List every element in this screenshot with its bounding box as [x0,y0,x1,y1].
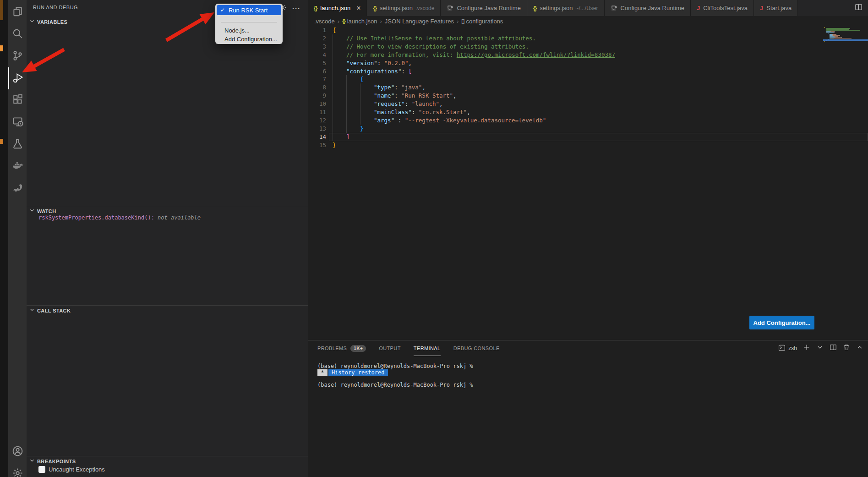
section-label: WATCH [37,208,56,214]
line-number: 7 [308,75,326,83]
bottom-panel: PROBLEMS1K+OUTPUTTERMINALDEBUG CONSOLE z… [308,340,868,477]
chevron-down-icon [29,207,35,215]
history-restored-highlight: History restored [328,369,388,376]
line-number: 8 [308,83,326,92]
code-line-4: 4// For more information, visit: https:/… [308,51,868,59]
tab-path-suffix: ~/.../User [576,5,598,11]
panel-tab-label: DEBUG CONSOLE [453,345,500,351]
array-icon: [ ] [461,18,464,24]
panel-tab-label: PROBLEMS [317,345,347,351]
dropdown-option-add-configuration[interactable]: Add Configuration... [215,34,283,44]
terminal-icon [778,344,786,353]
activity-item-account-icon[interactable] [8,441,27,463]
run-debug-icon [12,72,24,85]
code-line-2: 2// Use IntelliSense to learn about poss… [308,34,868,43]
chevron-up-icon[interactable] [856,344,863,353]
tab-start-java[interactable]: JStart.java [754,0,798,16]
gradle-icon [12,182,23,195]
panel-tab-debug-console[interactable]: DEBUG CONSOLE [453,340,500,356]
close-icon[interactable]: × [356,5,360,12]
tab-label: CliToolsTest.java [703,5,748,11]
extensions-icon [12,94,23,107]
tab-settings-json[interactable]: {}settings.json~/.../User [527,0,605,16]
watch-expression-row[interactable]: rskSystemProperties.databaseKind(): not … [38,214,201,221]
terminal-shell-badge[interactable]: zsh [778,344,797,353]
activity-item-testing-icon[interactable] [8,133,27,155]
line-number: 2 [308,34,326,43]
code-line-8: 8"type": "java", [308,83,868,92]
panel-tab-output[interactable]: OUTPUT [379,340,401,356]
tab-configure-java-runtime[interactable]: Configure Java Runtime [441,0,527,16]
activity-item-remote-explorer-icon[interactable] [8,111,27,133]
panel-tab-label: TERMINAL [414,345,441,351]
code-line-15: 15} [308,141,868,149]
code-editor[interactable]: 1{2// Use IntelliSense to learn about po… [308,26,868,340]
section-label: CALL STACK [37,308,71,313]
split-panel-icon[interactable] [830,344,837,353]
testing-icon [12,138,23,151]
java-runtime-icon [611,4,617,12]
terminal-output[interactable]: (base) reynoldmorel@Reynolds-MacBook-Pro… [317,363,473,389]
plus-icon[interactable] [803,344,810,353]
activity-item-extensions-icon[interactable] [8,89,27,111]
activity-item-source-control-icon[interactable] [8,45,27,67]
source-control-icon [12,50,23,63]
code-line-11: 11"mainClass": "co.rsk.Start", [308,108,868,116]
indent-guide [333,34,333,141]
sidebar-title: RUN AND DEBUG [33,5,78,10]
breadcrumb-item[interactable]: .vscode [314,18,335,25]
sliver-mark [0,45,3,51]
code-line-12: 12"args" : "--regtest -Xkeyvalue.datasou… [308,116,868,125]
dropdown-option-selected[interactable]: ✓ Run RSK Start [217,5,281,15]
tab-clitoolstest-java[interactable]: JCliToolsTest.java [691,0,754,16]
terminal-line [317,376,473,382]
remote-explorer-icon [12,116,23,129]
json-icon: {} [533,5,536,11]
activity-item-files-icon[interactable] [8,1,27,23]
code-line-14: 14] [308,133,868,141]
activity-item-docker-icon[interactable] [8,155,27,177]
breadcrumb-item[interactable]: [ ]configurations [461,18,503,25]
docker-icon [12,160,23,173]
panel-tabs: PROBLEMS1K+OUTPUTTERMINALDEBUG CONSOLE [317,340,500,356]
line-number: 4 [308,51,326,59]
chevron-down-icon[interactable] [816,344,824,353]
activity-item-search-icon[interactable] [8,23,27,45]
chevron-down-icon [29,307,35,315]
add-configuration-button[interactable]: Add Configuration... [749,316,814,329]
json-icon: {} [342,18,345,24]
uncaught-exceptions-checkbox[interactable] [38,466,45,473]
panel-tab-terminal[interactable]: TERMINAL [414,340,441,356]
editor-tabbar: {}launch.json×{}settings.json.vscodeConf… [308,0,868,16]
more-actions-icon[interactable]: ··· [292,5,300,12]
activity-item-gradle-icon[interactable] [8,177,27,199]
activity-item-settings-gear-icon[interactable] [8,463,27,477]
section-breakpoints[interactable]: BREAKPOINTS [27,456,308,466]
java-runtime-icon [447,4,453,12]
shell-label: zsh [788,345,797,351]
tab-launch-json[interactable]: {}launch.json× [308,0,367,16]
line-number: 3 [308,43,326,51]
tab-label: settings.json [540,5,573,11]
breadcrumb-separator: › [457,18,459,25]
terminal-line: (base) reynoldmorel@Reynolds-MacBook-Pro… [317,382,473,389]
activity-item-run-debug-icon[interactable] [8,67,27,89]
tab-label: Configure Java Runtime [621,5,684,11]
search-icon [12,28,23,41]
tab-settings-json[interactable]: {}settings.json.vscode [367,0,441,16]
panel-tab-problems[interactable]: PROBLEMS1K+ [317,340,366,356]
tab-label: settings.json [380,5,413,11]
dropdown-option-nodejs[interactable]: Node.js... [215,26,283,35]
code-line-3: 3// Hover to view descriptions of existi… [308,43,868,51]
chevron-down-icon [29,457,35,466]
split-editor-icon[interactable] [855,3,863,13]
breadcrumb-separator: › [338,18,339,25]
code-line-13: 13} [308,125,868,133]
breakpoint-row: Uncaught Exceptions [38,466,105,473]
tab-configure-java-runtime[interactable]: Configure Java Runtime [605,0,691,16]
trash-icon[interactable] [843,344,850,353]
breadcrumb-item[interactable]: {}launch.json [342,18,377,25]
breadcrumb-item[interactable]: JSON Language Features [385,18,454,25]
code-line-9: 9"name": "Run RSK Start", [308,92,868,100]
section-call-stack[interactable]: CALL STACK [27,305,308,316]
